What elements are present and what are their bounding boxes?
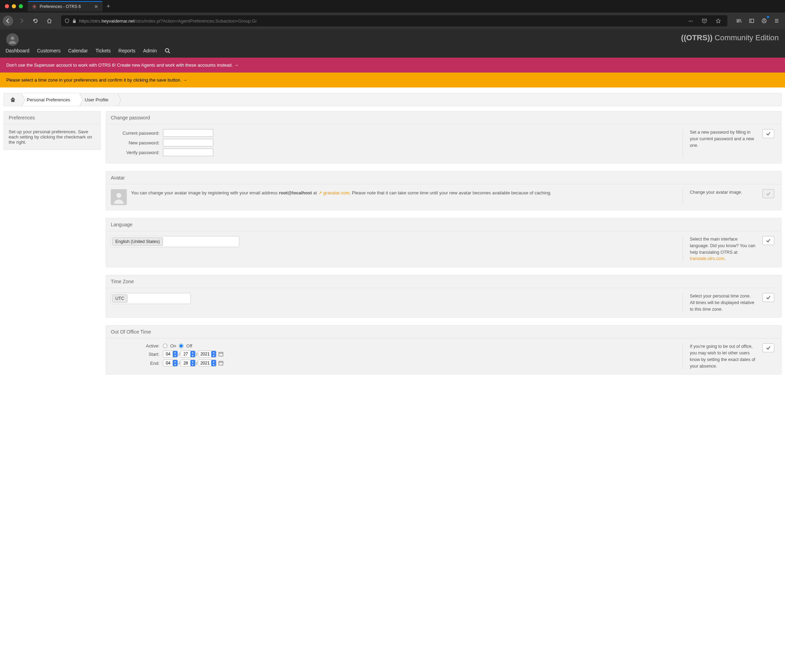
panel-title-language: Language xyxy=(106,218,781,231)
save-avatar-button xyxy=(762,189,774,198)
help-avatar: Change your avatar image. xyxy=(683,189,755,205)
new-password-input[interactable] xyxy=(163,139,213,147)
timezone-select[interactable]: UTC xyxy=(111,293,191,304)
check-icon xyxy=(766,345,771,350)
sidebar-panel: Preferences Set up your personal prefere… xyxy=(3,111,101,150)
language-select[interactable]: English (United States) xyxy=(111,236,239,247)
avatar-email: root@localhost xyxy=(279,190,312,195)
panel-avatar: Avatar You can change your avatar image … xyxy=(106,171,782,210)
save-timezone-button[interactable] xyxy=(762,293,774,302)
check-icon xyxy=(766,295,771,300)
search-icon[interactable] xyxy=(165,48,170,53)
breadcrumb-personal-preferences[interactable]: Personal Preferences xyxy=(22,94,80,106)
panel-timezone: Time Zone UTC Select your personal time … xyxy=(106,275,782,318)
label-new-password: New password: xyxy=(111,140,163,145)
svg-rect-5 xyxy=(73,20,76,23)
panel-title-avatar: Avatar xyxy=(106,172,781,184)
breadcrumb-home[interactable] xyxy=(4,94,22,106)
calendar-icon[interactable] xyxy=(219,361,224,365)
url-bar[interactable]: https://otrs.heyvaldemar.net/otrs/index.… xyxy=(61,15,727,27)
label-current-password: Current password: xyxy=(111,131,163,136)
sidebar-icon[interactable] xyxy=(746,15,757,27)
back-button[interactable] xyxy=(3,16,13,26)
brand-label: ((OTRS)) Community Edition xyxy=(681,33,779,42)
save-password-button[interactable] xyxy=(762,129,774,138)
label-ooo-end: End: xyxy=(111,361,163,366)
new-tab-button[interactable]: + xyxy=(102,3,115,10)
avatar-image xyxy=(111,189,127,205)
save-language-button[interactable] xyxy=(762,236,774,245)
translate-link[interactable]: translate.otrs.com xyxy=(690,256,724,261)
home-button[interactable] xyxy=(44,15,55,27)
browser-tab[interactable]: Preferences - OTRS 6 ✕ xyxy=(28,1,102,11)
start-day-select[interactable]: ▲▼ xyxy=(181,351,195,357)
browser-chrome: Preferences - OTRS 6 ✕ + https://o xyxy=(0,0,785,29)
account-icon[interactable] xyxy=(758,15,770,27)
current-password-input[interactable] xyxy=(163,129,213,137)
close-tab-button[interactable]: ✕ xyxy=(94,4,98,9)
nav-admin[interactable]: Admin xyxy=(143,48,157,53)
url-text: https://otrs.heyvaldemar.net/otrs/index.… xyxy=(79,19,257,23)
menu-icon[interactable] xyxy=(771,15,782,27)
svg-point-13 xyxy=(116,193,121,198)
page-actions-icon[interactable]: ⋯ xyxy=(685,15,696,27)
start-year-select[interactable]: ▲▼ xyxy=(198,351,216,357)
language-value: English (United States) xyxy=(112,237,163,246)
nav-tickets[interactable]: Tickets xyxy=(95,48,111,53)
end-day-select[interactable]: ▲▼ xyxy=(181,360,195,366)
banner-superuser-warning[interactable]: Don't use the Superuser account to work … xyxy=(0,58,785,73)
maximize-window-button[interactable] xyxy=(19,4,23,8)
library-icon[interactable] xyxy=(733,15,745,27)
shield-icon xyxy=(65,19,69,23)
main-nav: Dashboard Customers Calendar Tickets Rep… xyxy=(0,46,785,58)
user-avatar[interactable] xyxy=(6,33,19,46)
help-ooo: If you're going to be out of office, you… xyxy=(683,343,755,370)
end-year-select[interactable]: ▲▼ xyxy=(198,360,216,366)
window-controls xyxy=(0,4,28,8)
save-ooo-button[interactable] xyxy=(762,343,774,352)
panel-change-password: Change password Current password: New pa… xyxy=(106,111,782,164)
lock-icon xyxy=(72,19,77,23)
ooo-off-radio[interactable] xyxy=(179,344,183,348)
ooo-off-label: Off xyxy=(186,343,192,349)
svg-rect-14 xyxy=(219,352,223,356)
sidebar-body: Set up your personal preferences. Save e… xyxy=(4,124,100,150)
minimize-window-button[interactable] xyxy=(12,4,16,8)
check-icon xyxy=(766,238,771,243)
home-icon xyxy=(10,97,16,102)
ooo-on-radio[interactable] xyxy=(163,344,167,348)
svg-point-10 xyxy=(11,36,14,40)
timezone-value: UTC xyxy=(112,294,127,302)
calendar-icon[interactable] xyxy=(219,352,224,357)
forward-button[interactable] xyxy=(16,15,27,27)
sidebar-title: Preferences xyxy=(4,111,100,124)
title-bar: Preferences - OTRS 6 ✕ + xyxy=(0,0,785,12)
verify-password-input[interactable] xyxy=(163,148,213,156)
panel-language: Language English (United States) Select … xyxy=(106,218,782,267)
external-link-icon: ↗ xyxy=(318,190,324,195)
nav-reports[interactable]: Reports xyxy=(119,48,136,53)
label-ooo-active: Active: xyxy=(111,343,163,349)
help-language: Select the main interface language. Did … xyxy=(683,236,755,262)
reload-button[interactable] xyxy=(30,15,41,27)
svg-line-12 xyxy=(169,52,170,53)
banner-timezone-warning[interactable]: Please select a time zone in your prefer… xyxy=(0,73,785,87)
close-window-button[interactable] xyxy=(5,4,9,8)
svg-rect-6 xyxy=(749,19,754,23)
panel-title-timezone: Time Zone xyxy=(106,275,781,288)
tab-title: Preferences - OTRS 6 xyxy=(40,4,81,9)
breadcrumb-user-profile[interactable]: User Profile xyxy=(80,94,118,106)
gravatar-link[interactable]: ↗ gravatar.com xyxy=(318,190,349,195)
app-header: ((OTRS)) Community Edition xyxy=(0,29,785,46)
nav-calendar[interactable]: Calendar xyxy=(68,48,88,53)
nav-customers[interactable]: Customers xyxy=(37,48,61,53)
start-month-select[interactable]: ▲▼ xyxy=(163,351,178,357)
svg-point-9 xyxy=(763,19,765,21)
check-icon xyxy=(766,191,771,196)
label-ooo-start: Start: xyxy=(111,352,163,357)
pocket-icon[interactable] xyxy=(699,15,710,27)
help-timezone: Select your personal time zone. All time… xyxy=(683,293,755,312)
nav-dashboard[interactable]: Dashboard xyxy=(6,48,30,53)
bookmark-icon[interactable] xyxy=(713,15,724,27)
end-month-select[interactable]: ▲▼ xyxy=(163,360,178,366)
